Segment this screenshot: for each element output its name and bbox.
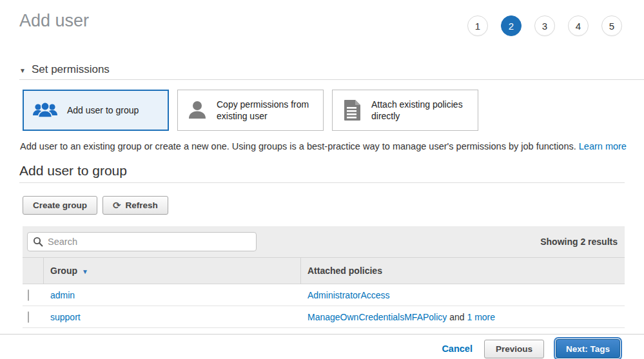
group-column-header[interactable]: Group ▼: [44, 258, 301, 284]
permission-option-cards: Add user to group Copy permissions from …: [23, 90, 644, 131]
more-policies-link[interactable]: 1 more: [467, 312, 495, 322]
policies-column-label: Attached policies: [307, 266, 382, 276]
search-box: [27, 232, 257, 251]
table-row: support ManageOwnCredentialsMFAPolicy an…: [23, 306, 625, 328]
section-title: Set permissions: [32, 63, 110, 76]
refresh-label: Refresh: [126, 200, 158, 210]
step-5: 5: [601, 15, 622, 36]
add-user-to-group-heading: Add user to group: [19, 163, 625, 183]
sort-desc-icon: ▼: [82, 268, 88, 275]
group-icon: [32, 101, 59, 120]
card-label: Attach existing policies directly: [371, 99, 469, 122]
document-icon: [341, 99, 363, 121]
next-tags-button[interactable]: Next: Tags: [556, 339, 620, 358]
card-add-user-to-group[interactable]: Add user to group: [23, 90, 169, 131]
policy-joiner: and: [447, 312, 467, 322]
policy-link[interactable]: AdministratorAccess: [307, 290, 390, 300]
card-label: Add user to group: [67, 104, 139, 116]
step-3: 3: [534, 15, 555, 36]
learn-more-link[interactable]: Learn more: [579, 141, 627, 151]
card-label: Copy permissions from existing user: [217, 99, 315, 122]
page-header: Add user 1 2 3 4 5: [0, 0, 644, 36]
wizard-footer: Cancel Previous Next: Tags: [0, 334, 644, 359]
wizard-step-indicator: 1 2 3 4 5: [467, 15, 622, 36]
permissions-description: Add user to an existing group or create …: [20, 141, 644, 151]
refresh-icon: ⟳: [113, 200, 121, 210]
row-checkbox[interactable]: [28, 289, 29, 301]
row-checkbox[interactable]: [28, 311, 29, 323]
group-column-label: Group: [50, 266, 77, 276]
search-input[interactable]: [27, 232, 257, 251]
create-group-label: Create group: [33, 200, 87, 210]
card-attach-policies[interactable]: Attach existing policies directly: [332, 90, 478, 131]
step-4: 4: [568, 15, 589, 36]
card-copy-permissions[interactable]: Copy permissions from existing user: [177, 90, 324, 131]
table-header-row: Group ▼ Attached policies: [23, 257, 625, 284]
group-actions: Create group ⟳ Refresh: [23, 196, 644, 215]
step-1: 1: [467, 15, 488, 36]
search-icon: [33, 237, 43, 249]
checkbox-column-header: [23, 258, 44, 284]
policy-link[interactable]: ManageOwnCredentialsMFAPolicy: [307, 312, 447, 322]
policies-column-header: Attached policies: [301, 258, 625, 284]
previous-button[interactable]: Previous: [484, 340, 544, 358]
page-title: Add user: [19, 10, 89, 31]
create-group-button[interactable]: Create group: [23, 196, 97, 215]
group-link[interactable]: admin: [50, 290, 75, 300]
step-2-active: 2: [501, 15, 522, 36]
user-icon: [186, 100, 208, 121]
set-permissions-section-header[interactable]: ▼ Set permissions: [19, 63, 644, 80]
previous-label: Previous: [496, 344, 532, 354]
table-toolbar: Showing 2 results: [23, 226, 625, 257]
results-count: Showing 2 results: [540, 237, 619, 247]
cancel-button[interactable]: Cancel: [442, 344, 473, 354]
description-text: Add user to an existing group or create …: [20, 141, 576, 151]
collapse-caret-icon: ▼: [19, 67, 26, 74]
refresh-button[interactable]: ⟳ Refresh: [102, 196, 168, 215]
group-link[interactable]: support: [50, 312, 81, 322]
table-row: admin AdministratorAccess: [23, 284, 625, 306]
groups-table: Showing 2 results Group ▼ Attached polic…: [23, 226, 625, 328]
